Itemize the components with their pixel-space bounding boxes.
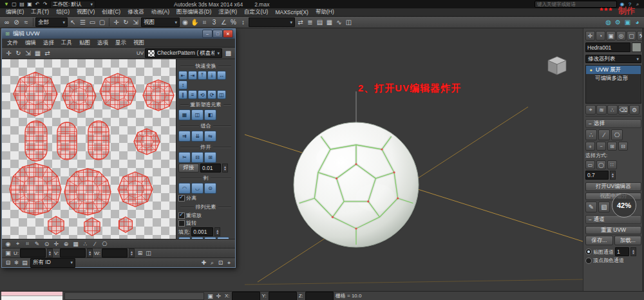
rectangular-selection-region-icon[interactable]: ▭ bbox=[88, 17, 97, 27]
zoom-view-icon[interactable]: ⌕ bbox=[208, 259, 216, 267]
open-uv-editor-button[interactable]: 打开UV编辑器 bbox=[585, 182, 641, 191]
uvw-menu-item-1[interactable]: 编辑 bbox=[22, 39, 39, 47]
view-cube[interactable] bbox=[548, 57, 566, 75]
save-uvw-button[interactable]: 保存... bbox=[585, 236, 613, 245]
lock-selection-icon[interactable]: ▣ bbox=[4, 249, 12, 257]
graphite-ribbon-icon[interactable]: ▦ bbox=[325, 17, 334, 27]
modify-tab-icon[interactable]: ◔ bbox=[596, 31, 605, 41]
select-by-material-icon[interactable]: ∷ bbox=[607, 160, 617, 169]
named-selection-sets-dropdown[interactable] bbox=[249, 17, 295, 27]
rendered-frame-window-icon[interactable]: ▣ bbox=[623, 17, 632, 27]
uv-scale-icon[interactable]: ⇲ bbox=[23, 48, 33, 58]
w-field[interactable] bbox=[102, 248, 128, 258]
rotate-90-cw-icon[interactable]: ⟳ bbox=[207, 90, 216, 99]
uv-island[interactable] bbox=[25, 121, 47, 161]
zoom-extents-icon[interactable]: ⌖ bbox=[225, 259, 233, 267]
paint-select-icon[interactable]: ✎ bbox=[585, 202, 597, 212]
copy-value-icon[interactable]: ◫ bbox=[144, 249, 153, 257]
motion-tab-icon[interactable]: ◎ bbox=[616, 31, 626, 41]
reset-peel-icon[interactable]: ⊙ bbox=[204, 183, 216, 194]
select-and-scale-icon[interactable]: ⇲ bbox=[131, 17, 140, 27]
uvw-window-titlebar[interactable]: ⊞ 编辑 UVW – □ ✕ bbox=[2, 29, 235, 39]
straighten-selection-icon[interactable]: ◫ bbox=[191, 109, 204, 120]
padding-spinner[interactable] bbox=[214, 227, 220, 236]
material-id-dropdown[interactable]: 所有 ID bbox=[30, 258, 75, 268]
detach-edge-verts-icon[interactable]: ⊞ bbox=[204, 152, 216, 163]
padding-field[interactable]: 0.001 bbox=[191, 227, 213, 236]
uv-island[interactable] bbox=[10, 164, 61, 215]
workspace-dropdown[interactable]: 工作区: 默认 bbox=[50, 1, 95, 8]
menu-item-2[interactable]: 组(G) bbox=[53, 8, 73, 16]
reset-uvw-button[interactable]: 重置 UVW bbox=[585, 226, 641, 234]
menu-item-6[interactable]: 动画(A) bbox=[148, 8, 173, 16]
loop-selection-icon[interactable]: ⊟ bbox=[618, 142, 628, 151]
relax-until-flat-icon[interactable]: ▦ bbox=[178, 109, 191, 120]
redo-icon[interactable]: ↷ bbox=[41, 1, 49, 8]
select-by-name-icon[interactable]: ☰ bbox=[78, 17, 88, 27]
selection-filter-dropdown[interactable]: 全部 bbox=[35, 17, 68, 27]
hedra-object[interactable] bbox=[294, 122, 419, 247]
channel-rollout-header[interactable]: − 通道 bbox=[585, 215, 641, 224]
spinner-snap-icon[interactable]: ↕ bbox=[238, 17, 248, 27]
uv-island[interactable] bbox=[14, 72, 57, 116]
keyboard-shortcut-override-icon[interactable]: ⌗ bbox=[200, 17, 209, 27]
window-crossing-icon[interactable]: ▢ bbox=[97, 17, 107, 27]
modifier-list-dropdown[interactable]: 修改器列表 bbox=[585, 55, 641, 63]
uv-mirror-icon[interactable]: ⇄ bbox=[43, 48, 52, 58]
pin-stack-icon[interactable]: ⌖ bbox=[585, 105, 596, 115]
planar-angle-field[interactable]: 0.7 bbox=[585, 171, 609, 180]
paint-move-icon[interactable]: ✎ bbox=[33, 240, 41, 248]
weld-threshold-spinner[interactable] bbox=[222, 164, 228, 173]
grid-snap-icon[interactable]: ▦ bbox=[71, 240, 80, 248]
polygon-target-icon[interactable]: ⎔ bbox=[100, 240, 109, 248]
uv-island[interactable] bbox=[134, 129, 160, 155]
maxscript-mini-listener[interactable] bbox=[1, 292, 62, 300]
rotate-checkbox[interactable] bbox=[178, 220, 185, 227]
selection-lock-toggle-icon[interactable]: ▣ bbox=[206, 292, 214, 300]
percent-snap-icon[interactable]: % bbox=[229, 17, 238, 27]
break-icon[interactable]: ⊟ bbox=[191, 152, 204, 163]
open-file-icon[interactable]: ▤ bbox=[18, 1, 26, 8]
load-uvw-button[interactable]: 加载... bbox=[614, 236, 642, 245]
grow-selection-icon[interactable]: ＋ bbox=[585, 142, 595, 151]
select-by-smoothing-icon[interactable]: ◯ bbox=[596, 160, 606, 169]
stitch-custom-icon[interactable]: ⇉ bbox=[178, 131, 191, 142]
freeze-selected-icon[interactable]: ❄ bbox=[12, 259, 21, 267]
vertex-color-radio[interactable] bbox=[585, 258, 592, 264]
rescale-checkbox[interactable] bbox=[178, 212, 185, 219]
uvw-menu-item-7[interactable]: 视图 bbox=[130, 39, 147, 47]
uv-rotate-icon[interactable]: ↻ bbox=[14, 48, 23, 58]
w-spinner[interactable] bbox=[129, 248, 135, 258]
align-to-edge-icon[interactable]: ≡ bbox=[188, 90, 197, 99]
shrink-selection-icon[interactable]: － bbox=[596, 142, 606, 151]
uvw-menu-item-4[interactable]: 贴图 bbox=[76, 39, 93, 47]
uvw-menu-item-2[interactable]: 选择 bbox=[40, 39, 57, 47]
menu-item-10[interactable]: MAXScript(X) bbox=[272, 9, 311, 15]
pan-view-icon[interactable]: ✚ bbox=[200, 259, 208, 267]
align-horizontal-icon[interactable]: ⇤ bbox=[178, 71, 187, 80]
rectangularize-icon[interactable]: ◧ bbox=[204, 109, 216, 120]
show-map-toggle-icon[interactable]: ▩ bbox=[223, 48, 233, 58]
visibility-bulb-icon[interactable]: ● bbox=[588, 67, 594, 73]
menu-item-4[interactable]: 创建(C) bbox=[99, 8, 124, 16]
rotate-90-ccw-icon[interactable]: ⟲ bbox=[198, 90, 207, 99]
unlink-selection-icon[interactable]: ⊘ bbox=[12, 17, 21, 27]
y-coordinate-field[interactable] bbox=[269, 292, 297, 300]
select-and-manipulate-icon[interactable]: ✋ bbox=[190, 17, 200, 27]
vertex-target-icon[interactable]: ∴ bbox=[81, 240, 90, 248]
background-map-dropdown[interactable]: CheckerPattern ( 棋盘格 ) bbox=[145, 48, 222, 58]
absolute-offset-mode-icon[interactable]: ✛ bbox=[214, 292, 223, 300]
edge-subobject-icon[interactable]: ∕ bbox=[598, 129, 610, 140]
peel-detach-checkbox[interactable] bbox=[178, 195, 185, 202]
space-horizontal-icon[interactable]: ↔ bbox=[217, 71, 226, 80]
edit-uvw-window[interactable]: ⊞ 编辑 UVW – □ ✕ 文件编辑选择工具贴图选项显示视图 ✛↻⇲▦⇄ UV… bbox=[1, 28, 236, 268]
object-name-field[interactable]: Hedra001 bbox=[585, 42, 630, 52]
select-and-rotate-icon[interactable]: ↻ bbox=[121, 17, 131, 27]
uv-island[interactable] bbox=[62, 79, 96, 113]
v-spinner[interactable] bbox=[87, 248, 93, 258]
hierarchy-tab-icon[interactable]: ▣ bbox=[606, 31, 616, 41]
menu-item-3[interactable]: 视图(V) bbox=[73, 8, 98, 16]
select-and-link-icon[interactable]: ∞ bbox=[2, 17, 12, 27]
uv-island[interactable] bbox=[118, 172, 153, 207]
align-icon[interactable]: ≣ bbox=[305, 17, 315, 27]
